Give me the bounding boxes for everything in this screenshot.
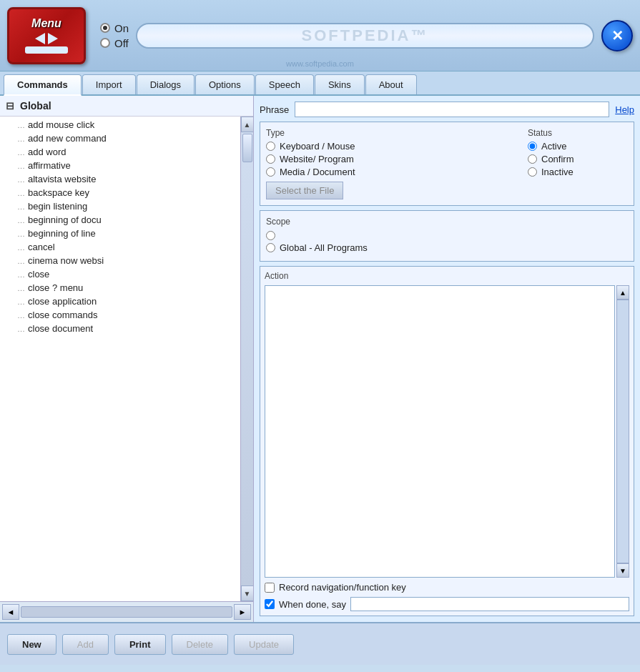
list-item[interactable]: … add new command bbox=[0, 132, 240, 145]
tree-dot-icon: … bbox=[17, 325, 25, 333]
type-media-radio[interactable] bbox=[266, 167, 275, 177]
type-media-option[interactable]: Media / Document bbox=[266, 167, 522, 177]
tab-dialogs[interactable]: Dialogs bbox=[137, 74, 195, 94]
type-title: Type bbox=[266, 128, 522, 138]
type-section: Type Keyboard / Mouse Website/ Program M… bbox=[266, 128, 522, 199]
scope-empty-radio[interactable] bbox=[266, 231, 275, 240]
scope-global-radio[interactable] bbox=[266, 243, 275, 252]
off-row[interactable]: Off bbox=[100, 37, 129, 49]
scroll-track bbox=[241, 132, 253, 585]
action-scroll-track bbox=[616, 300, 629, 563]
tree-dot-icon: … bbox=[17, 175, 25, 184]
status-inactive-option[interactable]: Inactive bbox=[528, 167, 628, 177]
record-nav-checkbox[interactable] bbox=[265, 583, 275, 593]
help-link[interactable]: Help bbox=[615, 104, 634, 115]
phrase-input[interactable] bbox=[295, 102, 609, 117]
action-textarea[interactable] bbox=[265, 285, 615, 578]
tab-about[interactable]: About bbox=[365, 74, 417, 94]
scroll-down-button[interactable]: ▼ bbox=[241, 585, 254, 601]
when-done-checkbox[interactable] bbox=[265, 599, 275, 609]
scroll-thumb[interactable] bbox=[242, 134, 252, 162]
type-keyboard-label: Keyboard / Mouse bbox=[280, 141, 355, 152]
tab-skins[interactable]: Skins bbox=[315, 74, 365, 94]
tree-dot-icon: … bbox=[17, 229, 25, 238]
status-active-option[interactable]: Active bbox=[528, 141, 628, 152]
scope-title: Scope bbox=[266, 217, 628, 227]
tree-collapse-icon[interactable]: ⊟ bbox=[6, 100, 14, 112]
on-label: On bbox=[114, 22, 129, 34]
list-item[interactable]: … close application bbox=[0, 295, 240, 308]
list-item[interactable]: … cinema now websi bbox=[0, 254, 240, 267]
action-scroll-down-button[interactable]: ▼ bbox=[616, 563, 629, 578]
scope-global-label: Global - All Programs bbox=[280, 242, 368, 253]
type-status-box: Type Keyboard / Mouse Website/ Program M… bbox=[260, 122, 634, 206]
on-row[interactable]: On bbox=[100, 22, 129, 34]
status-confirm-radio[interactable] bbox=[528, 154, 537, 164]
tree-scrollbar: ▲ ▼ bbox=[240, 117, 253, 601]
record-nav-row: Record navigation/function key bbox=[265, 582, 629, 593]
type-website-radio[interactable] bbox=[266, 154, 275, 164]
left-panel: ⊟ Global … add mouse click … add new com… bbox=[0, 96, 254, 622]
select-file-button[interactable]: Select the File bbox=[266, 182, 343, 199]
list-item[interactable]: … add word bbox=[0, 145, 240, 159]
tab-speech[interactable]: Speech bbox=[255, 74, 314, 94]
type-keyboard-option[interactable]: Keyboard / Mouse bbox=[266, 141, 522, 152]
softpedia-watermark: SOFTPEDIA™ bbox=[302, 26, 429, 45]
list-item[interactable]: … altavista website bbox=[0, 172, 240, 186]
delete-button[interactable]: Delete bbox=[172, 634, 229, 655]
scope-empty-option[interactable] bbox=[266, 231, 628, 240]
search-bar[interactable]: SOFTPEDIA™ bbox=[136, 23, 594, 49]
scroll-up-button[interactable]: ▲ bbox=[241, 117, 254, 132]
off-label: Off bbox=[114, 37, 129, 49]
print-button[interactable]: Print bbox=[114, 634, 166, 655]
list-item[interactable]: … close ? menu bbox=[0, 281, 240, 295]
type-keyboard-radio[interactable] bbox=[266, 142, 275, 151]
arrow-left-icon bbox=[35, 33, 45, 44]
close-button[interactable]: ✕ bbox=[601, 20, 633, 51]
menu-arrows bbox=[35, 33, 58, 44]
when-done-row: When done, say bbox=[265, 597, 629, 611]
arrow-down-line bbox=[25, 46, 68, 54]
tree-dot-icon: … bbox=[17, 134, 25, 143]
list-item[interactable]: … affirmative bbox=[0, 159, 240, 172]
list-item[interactable]: … beginning of docu bbox=[0, 213, 240, 227]
phrase-label: Phrase bbox=[260, 104, 289, 115]
status-title: Status bbox=[528, 128, 628, 138]
list-item[interactable]: … backspace key bbox=[0, 186, 240, 199]
tab-commands[interactable]: Commands bbox=[4, 74, 82, 96]
arrow-right-icon bbox=[48, 33, 58, 44]
tree-bottom-scroll: ◄ ► bbox=[0, 601, 253, 622]
on-radio[interactable] bbox=[100, 23, 110, 33]
when-done-input[interactable] bbox=[350, 597, 629, 611]
list-item[interactable]: … close commands bbox=[0, 308, 240, 322]
tree-header: ⊟ Global bbox=[0, 96, 253, 117]
onoff-area: On Off bbox=[100, 22, 129, 49]
scope-global-option[interactable]: Global - All Programs bbox=[266, 242, 628, 253]
list-item[interactable]: … close document bbox=[0, 322, 240, 335]
add-button[interactable]: Add bbox=[62, 634, 109, 655]
menu-button[interactable]: Menu bbox=[7, 7, 86, 64]
update-button[interactable]: Update bbox=[234, 634, 294, 655]
list-item[interactable]: … begin listening bbox=[0, 199, 240, 213]
tree-dot-icon: … bbox=[17, 297, 25, 306]
status-inactive-radio[interactable] bbox=[528, 167, 537, 177]
status-confirm-option[interactable]: Confirm bbox=[528, 154, 628, 164]
scroll-right-button[interactable]: ► bbox=[234, 604, 251, 620]
off-radio[interactable] bbox=[100, 38, 110, 48]
action-textarea-wrap: ▲ ▼ bbox=[265, 285, 629, 578]
tree-dot-icon: … bbox=[17, 162, 25, 170]
new-button[interactable]: New bbox=[7, 634, 56, 655]
tab-import[interactable]: Import bbox=[82, 74, 136, 94]
status-active-radio[interactable] bbox=[528, 142, 537, 151]
website-text: www.softpedia.com bbox=[286, 59, 354, 68]
type-website-option[interactable]: Website/ Program bbox=[266, 154, 522, 164]
list-item[interactable]: … beginning of line bbox=[0, 227, 240, 240]
action-scroll-up-button[interactable]: ▲ bbox=[616, 285, 629, 300]
list-item[interactable]: … add mouse click bbox=[0, 118, 240, 132]
tab-options[interactable]: Options bbox=[195, 74, 255, 94]
tree-dot-icon: … bbox=[17, 243, 25, 252]
list-item[interactable]: … cancel bbox=[0, 240, 240, 254]
list-item[interactable]: … close bbox=[0, 267, 240, 281]
scroll-left-button[interactable]: ◄ bbox=[2, 604, 19, 620]
close-icon: ✕ bbox=[611, 27, 624, 44]
